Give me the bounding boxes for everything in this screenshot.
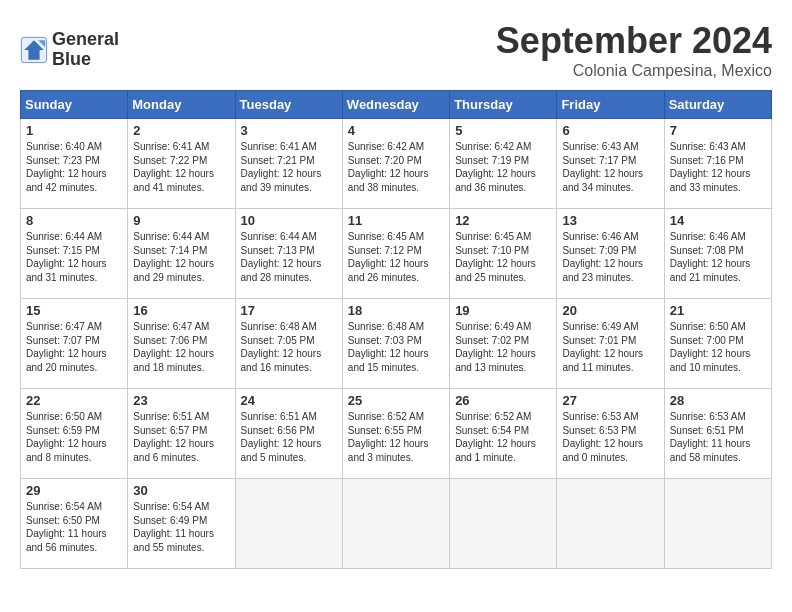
day-info: Sunrise: 6:43 AM Sunset: 7:16 PM Dayligh… bbox=[670, 140, 766, 194]
calendar-cell: 28 Sunrise: 6:53 AM Sunset: 6:51 PM Dayl… bbox=[664, 389, 771, 479]
day-number: 10 bbox=[241, 213, 337, 228]
weekday-header-friday: Friday bbox=[557, 91, 664, 119]
weekday-header-thursday: Thursday bbox=[450, 91, 557, 119]
day-number: 13 bbox=[562, 213, 658, 228]
calendar-week-3: 15 Sunrise: 6:47 AM Sunset: 7:07 PM Dayl… bbox=[21, 299, 772, 389]
day-info: Sunrise: 6:53 AM Sunset: 6:53 PM Dayligh… bbox=[562, 410, 658, 464]
calendar-cell: 29 Sunrise: 6:54 AM Sunset: 6:50 PM Dayl… bbox=[21, 479, 128, 569]
calendar-cell: 19 Sunrise: 6:49 AM Sunset: 7:02 PM Dayl… bbox=[450, 299, 557, 389]
day-number: 14 bbox=[670, 213, 766, 228]
day-info: Sunrise: 6:40 AM Sunset: 7:23 PM Dayligh… bbox=[26, 140, 122, 194]
calendar-cell bbox=[450, 479, 557, 569]
day-info: Sunrise: 6:42 AM Sunset: 7:20 PM Dayligh… bbox=[348, 140, 444, 194]
day-number: 27 bbox=[562, 393, 658, 408]
day-info: Sunrise: 6:54 AM Sunset: 6:49 PM Dayligh… bbox=[133, 500, 229, 554]
calendar-cell: 5 Sunrise: 6:42 AM Sunset: 7:19 PM Dayli… bbox=[450, 119, 557, 209]
day-number: 5 bbox=[455, 123, 551, 138]
day-number: 15 bbox=[26, 303, 122, 318]
day-info: Sunrise: 6:50 AM Sunset: 6:59 PM Dayligh… bbox=[26, 410, 122, 464]
day-number: 20 bbox=[562, 303, 658, 318]
calendar-cell bbox=[664, 479, 771, 569]
weekday-header-sunday: Sunday bbox=[21, 91, 128, 119]
day-number: 22 bbox=[26, 393, 122, 408]
calendar-cell: 30 Sunrise: 6:54 AM Sunset: 6:49 PM Dayl… bbox=[128, 479, 235, 569]
calendar-cell: 11 Sunrise: 6:45 AM Sunset: 7:12 PM Dayl… bbox=[342, 209, 449, 299]
weekday-header-saturday: Saturday bbox=[664, 91, 771, 119]
day-number: 19 bbox=[455, 303, 551, 318]
calendar-cell: 15 Sunrise: 6:47 AM Sunset: 7:07 PM Dayl… bbox=[21, 299, 128, 389]
day-info: Sunrise: 6:52 AM Sunset: 6:54 PM Dayligh… bbox=[455, 410, 551, 464]
day-info: Sunrise: 6:47 AM Sunset: 7:06 PM Dayligh… bbox=[133, 320, 229, 374]
calendar-cell: 10 Sunrise: 6:44 AM Sunset: 7:13 PM Dayl… bbox=[235, 209, 342, 299]
calendar-cell: 20 Sunrise: 6:49 AM Sunset: 7:01 PM Dayl… bbox=[557, 299, 664, 389]
day-number: 9 bbox=[133, 213, 229, 228]
calendar-cell: 3 Sunrise: 6:41 AM Sunset: 7:21 PM Dayli… bbox=[235, 119, 342, 209]
calendar-cell: 14 Sunrise: 6:46 AM Sunset: 7:08 PM Dayl… bbox=[664, 209, 771, 299]
calendar-cell: 22 Sunrise: 6:50 AM Sunset: 6:59 PM Dayl… bbox=[21, 389, 128, 479]
day-number: 1 bbox=[26, 123, 122, 138]
day-number: 18 bbox=[348, 303, 444, 318]
calendar-cell: 7 Sunrise: 6:43 AM Sunset: 7:16 PM Dayli… bbox=[664, 119, 771, 209]
calendar-cell: 24 Sunrise: 6:51 AM Sunset: 6:56 PM Dayl… bbox=[235, 389, 342, 479]
day-number: 29 bbox=[26, 483, 122, 498]
day-number: 4 bbox=[348, 123, 444, 138]
calendar-week-5: 29 Sunrise: 6:54 AM Sunset: 6:50 PM Dayl… bbox=[21, 479, 772, 569]
day-number: 23 bbox=[133, 393, 229, 408]
day-number: 30 bbox=[133, 483, 229, 498]
day-info: Sunrise: 6:53 AM Sunset: 6:51 PM Dayligh… bbox=[670, 410, 766, 464]
day-info: Sunrise: 6:51 AM Sunset: 6:56 PM Dayligh… bbox=[241, 410, 337, 464]
calendar-cell: 1 Sunrise: 6:40 AM Sunset: 7:23 PM Dayli… bbox=[21, 119, 128, 209]
title-block: September 2024 Colonia Campesina, Mexico bbox=[496, 20, 772, 80]
day-info: Sunrise: 6:41 AM Sunset: 7:21 PM Dayligh… bbox=[241, 140, 337, 194]
weekday-header-row: SundayMondayTuesdayWednesdayThursdayFrid… bbox=[21, 91, 772, 119]
calendar-cell bbox=[557, 479, 664, 569]
calendar-cell: 6 Sunrise: 6:43 AM Sunset: 7:17 PM Dayli… bbox=[557, 119, 664, 209]
day-info: Sunrise: 6:49 AM Sunset: 7:02 PM Dayligh… bbox=[455, 320, 551, 374]
calendar-cell: 16 Sunrise: 6:47 AM Sunset: 7:06 PM Dayl… bbox=[128, 299, 235, 389]
day-info: Sunrise: 6:43 AM Sunset: 7:17 PM Dayligh… bbox=[562, 140, 658, 194]
weekday-header-wednesday: Wednesday bbox=[342, 91, 449, 119]
day-info: Sunrise: 6:52 AM Sunset: 6:55 PM Dayligh… bbox=[348, 410, 444, 464]
calendar-week-1: 1 Sunrise: 6:40 AM Sunset: 7:23 PM Dayli… bbox=[21, 119, 772, 209]
day-number: 7 bbox=[670, 123, 766, 138]
day-info: Sunrise: 6:45 AM Sunset: 7:12 PM Dayligh… bbox=[348, 230, 444, 284]
day-number: 3 bbox=[241, 123, 337, 138]
day-number: 16 bbox=[133, 303, 229, 318]
day-info: Sunrise: 6:51 AM Sunset: 6:57 PM Dayligh… bbox=[133, 410, 229, 464]
day-info: Sunrise: 6:46 AM Sunset: 7:08 PM Dayligh… bbox=[670, 230, 766, 284]
day-info: Sunrise: 6:50 AM Sunset: 7:00 PM Dayligh… bbox=[670, 320, 766, 374]
day-info: Sunrise: 6:48 AM Sunset: 7:03 PM Dayligh… bbox=[348, 320, 444, 374]
day-number: 26 bbox=[455, 393, 551, 408]
day-number: 28 bbox=[670, 393, 766, 408]
day-info: Sunrise: 6:44 AM Sunset: 7:13 PM Dayligh… bbox=[241, 230, 337, 284]
day-number: 25 bbox=[348, 393, 444, 408]
calendar-cell: 26 Sunrise: 6:52 AM Sunset: 6:54 PM Dayl… bbox=[450, 389, 557, 479]
day-info: Sunrise: 6:41 AM Sunset: 7:22 PM Dayligh… bbox=[133, 140, 229, 194]
calendar-cell: 12 Sunrise: 6:45 AM Sunset: 7:10 PM Dayl… bbox=[450, 209, 557, 299]
day-info: Sunrise: 6:45 AM Sunset: 7:10 PM Dayligh… bbox=[455, 230, 551, 284]
day-number: 2 bbox=[133, 123, 229, 138]
calendar-cell: 21 Sunrise: 6:50 AM Sunset: 7:00 PM Dayl… bbox=[664, 299, 771, 389]
calendar-cell: 8 Sunrise: 6:44 AM Sunset: 7:15 PM Dayli… bbox=[21, 209, 128, 299]
day-number: 24 bbox=[241, 393, 337, 408]
calendar-cell: 23 Sunrise: 6:51 AM Sunset: 6:57 PM Dayl… bbox=[128, 389, 235, 479]
month-title: September 2024 bbox=[496, 20, 772, 62]
calendar-cell: 25 Sunrise: 6:52 AM Sunset: 6:55 PM Dayl… bbox=[342, 389, 449, 479]
day-number: 11 bbox=[348, 213, 444, 228]
calendar-cell: 18 Sunrise: 6:48 AM Sunset: 7:03 PM Dayl… bbox=[342, 299, 449, 389]
weekday-header-tuesday: Tuesday bbox=[235, 91, 342, 119]
calendar-week-4: 22 Sunrise: 6:50 AM Sunset: 6:59 PM Dayl… bbox=[21, 389, 772, 479]
day-info: Sunrise: 6:48 AM Sunset: 7:05 PM Dayligh… bbox=[241, 320, 337, 374]
day-number: 21 bbox=[670, 303, 766, 318]
day-info: Sunrise: 6:42 AM Sunset: 7:19 PM Dayligh… bbox=[455, 140, 551, 194]
logo-text: General Blue bbox=[52, 30, 119, 70]
calendar-cell bbox=[235, 479, 342, 569]
calendar-table: SundayMondayTuesdayWednesdayThursdayFrid… bbox=[20, 90, 772, 569]
calendar-cell: 17 Sunrise: 6:48 AM Sunset: 7:05 PM Dayl… bbox=[235, 299, 342, 389]
day-info: Sunrise: 6:47 AM Sunset: 7:07 PM Dayligh… bbox=[26, 320, 122, 374]
calendar-cell: 13 Sunrise: 6:46 AM Sunset: 7:09 PM Dayl… bbox=[557, 209, 664, 299]
day-info: Sunrise: 6:44 AM Sunset: 7:15 PM Dayligh… bbox=[26, 230, 122, 284]
day-info: Sunrise: 6:54 AM Sunset: 6:50 PM Dayligh… bbox=[26, 500, 122, 554]
day-number: 17 bbox=[241, 303, 337, 318]
calendar-cell bbox=[342, 479, 449, 569]
